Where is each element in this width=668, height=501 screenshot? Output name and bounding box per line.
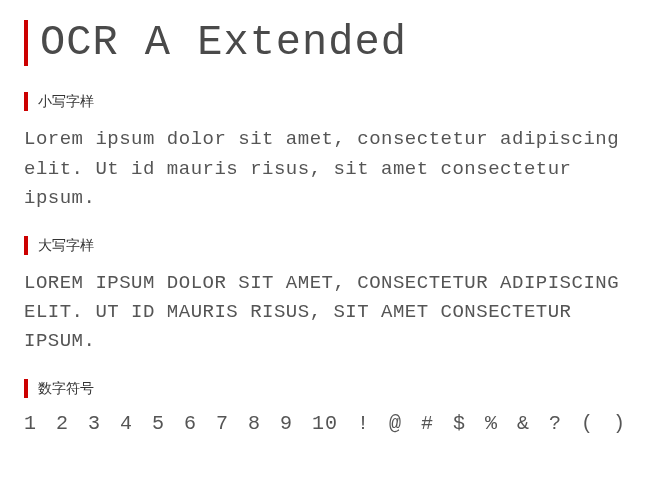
lowercase-label: 小写字样 [38,93,94,109]
uppercase-section: 大写字样 LOREM IPSUM DOLOR SIT AMET, CONSECT… [24,236,648,357]
uppercase-label: 大写字样 [38,237,94,253]
numeric-heading: 数字符号 [24,379,648,398]
font-title: OCR A Extended [40,20,648,66]
lowercase-heading: 小写字样 [24,92,648,111]
uppercase-sample: LOREM IPSUM DOLOR SIT AMET, CONSECTETUR … [24,269,648,357]
lowercase-section: 小写字样 Lorem ipsum dolor sit amet, consect… [24,92,648,213]
uppercase-heading: 大写字样 [24,236,648,255]
numeric-sample: 1 2 3 4 5 6 7 8 9 10 ! @ # $ % & ? ( ) [24,412,648,435]
numeric-section: 数字符号 1 2 3 4 5 6 7 8 9 10 ! @ # $ % & ? … [24,379,648,435]
numeric-label: 数字符号 [38,380,94,396]
lowercase-sample: Lorem ipsum dolor sit amet, consectetur … [24,125,648,213]
font-title-wrap: OCR A Extended [24,20,648,66]
